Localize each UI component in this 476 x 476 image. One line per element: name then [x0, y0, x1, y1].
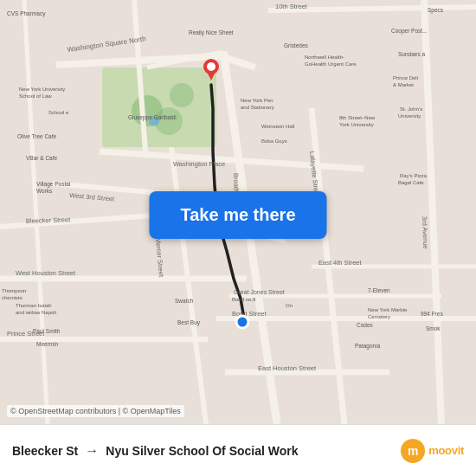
- svg-text:VBar & Cafe: VBar & Cafe: [26, 155, 58, 161]
- svg-text:Really Nice Sheet: Really Nice Sheet: [189, 29, 234, 36]
- svg-text:and Stationary: and Stationary: [241, 105, 274, 110]
- svg-text:Bond Street: Bond Street: [232, 310, 267, 318]
- svg-text:Thompson: Thompson: [2, 288, 26, 293]
- svg-line-27: [221, 52, 223, 56]
- svg-text:Washington Place: Washington Place: [173, 160, 225, 168]
- svg-text:York University: York University: [339, 122, 374, 127]
- svg-text:GoHealth Urgent Care: GoHealth Urgent Care: [305, 61, 357, 67]
- moovit-logo-text: moovit: [428, 444, 464, 457]
- svg-point-90: [207, 62, 215, 71]
- svg-text:Patagonia: Patagonia: [355, 343, 381, 350]
- svg-text:Specs: Specs: [428, 7, 444, 14]
- svg-text:Swatch: Swatch: [175, 298, 194, 304]
- svg-text:Gristedes: Gristedes: [284, 42, 309, 48]
- svg-text:Prince Deli: Prince Deli: [393, 75, 418, 80]
- svg-text:Cooper Post...: Cooper Post...: [391, 28, 428, 35]
- svg-text:and widow Napoli: and widow Napoli: [16, 310, 56, 315]
- svg-text:Smok: Smok: [426, 325, 441, 331]
- svg-text:School e: School e: [48, 110, 69, 115]
- svg-text:Works: Works: [36, 188, 53, 194]
- bottom-bar: Bleecker St → Nyu Silver School Of Socia…: [0, 424, 476, 476]
- svg-text:Sundaes a: Sundaes a: [398, 51, 425, 57]
- svg-text:Giuseppe Garibaldi: Giuseppe Garibaldi: [128, 114, 177, 121]
- svg-text:10th Street: 10th Street: [275, 3, 308, 10]
- svg-text:On: On: [286, 303, 293, 308]
- svg-text:Bleecker Street: Bleecker Street: [26, 215, 71, 225]
- svg-text:Best Buy: Best Buy: [177, 319, 201, 326]
- svg-text:West Houston Street: West Houston Street: [16, 269, 76, 277]
- route-arrow: →: [85, 443, 99, 459]
- map-container: Washington Square North Washington Place…: [0, 0, 476, 424]
- svg-text:School of Law: School of Law: [19, 93, 52, 99]
- svg-text:Olive Tree Cafe: Olive Tree Cafe: [17, 133, 57, 139]
- svg-text:Weinstein Hall: Weinstein Hall: [261, 124, 294, 129]
- svg-text:University: University: [398, 113, 421, 119]
- svg-text:Cemetery: Cemetery: [368, 314, 390, 319]
- take-me-there-button[interactable]: Take me there: [149, 191, 326, 239]
- svg-text:East 4th Street: East 4th Street: [318, 259, 363, 267]
- moovit-logo: m moovit: [401, 439, 464, 463]
- svg-text:Thurman Isaiah: Thurman Isaiah: [16, 303, 52, 308]
- svg-text:New York University: New York University: [19, 87, 65, 92]
- svg-text:Northwell Health-: Northwell Health-: [305, 55, 344, 60]
- svg-text:3rd Avenue: 3rd Avenue: [421, 216, 429, 249]
- svg-text:Meermin: Meermin: [36, 341, 59, 347]
- svg-text:Bond no.9: Bond no.9: [232, 297, 256, 302]
- svg-text:New York Marble: New York Marble: [368, 307, 408, 312]
- svg-point-3: [170, 83, 194, 107]
- svg-text:7-Eleven: 7-Eleven: [368, 287, 390, 293]
- moovit-logo-icon: m: [401, 439, 425, 463]
- svg-text:Paul Smith: Paul Smith: [33, 328, 61, 334]
- map-attribution: © OpenStreetMap contributors | © OpenMap…: [7, 405, 184, 417]
- svg-text:Ray's Pizza: Ray's Pizza: [400, 173, 428, 178]
- svg-text:New York Pen: New York Pen: [241, 98, 273, 103]
- svg-text:St. John's: St. John's: [400, 106, 422, 112]
- route-to: Nyu Silver School Of Social Work: [106, 444, 298, 458]
- svg-text:Bagel Cafe: Bagel Cafe: [398, 180, 424, 185]
- svg-text:& Market: & Market: [393, 82, 414, 87]
- svg-text:CVS Pharmacy: CVS Pharmacy: [7, 10, 46, 17]
- svg-text:Village Postal: Village Postal: [36, 181, 71, 188]
- svg-text:Great Jones Street: Great Jones Street: [234, 289, 285, 295]
- svg-text:East Houston Street: East Houston Street: [258, 364, 317, 372]
- svg-point-92: [236, 316, 248, 328]
- svg-text:Codex: Codex: [357, 322, 374, 328]
- svg-text:8th Street–New: 8th Street–New: [339, 115, 376, 120]
- svg-text:Boba Guys: Boba Guys: [261, 138, 287, 144]
- svg-text:chemists: chemists: [2, 295, 23, 300]
- route-from: Bleecker St: [12, 444, 78, 458]
- svg-text:99¢ Fres: 99¢ Fres: [421, 311, 443, 317]
